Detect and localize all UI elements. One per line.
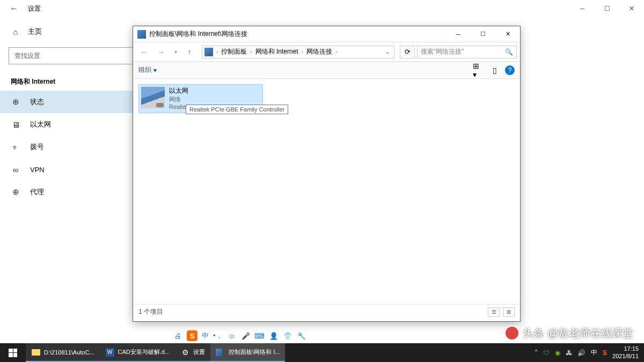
nav-dialup-label: 拨号: [30, 142, 44, 152]
task-word[interactable]: W CAD安装与破解.d...: [100, 343, 175, 362]
taskbar: D:\210811\AutoC... W CAD安装与破解.d... ⚙ 设置 …: [0, 343, 644, 362]
status-icon: ⊕: [11, 97, 20, 107]
ethernet-adapter-icon: [141, 87, 165, 108]
task-label: 设置: [193, 348, 205, 356]
nav-ethernet-label: 以太网: [30, 120, 51, 129]
ime-toolbar[interactable]: 🖨 S 中 •， ☺ 🎤 ⌨ 👤 👕 🔧: [173, 329, 306, 342]
chevron-right-icon: ›: [216, 49, 218, 55]
cp-minimize-button[interactable]: ─: [446, 26, 471, 42]
nav-vpn-label: VPN: [30, 166, 45, 174]
chevron-right-icon: ›: [335, 49, 337, 55]
cp-maximize-button[interactable]: ☐: [471, 26, 495, 42]
nav-back-button[interactable]: ←: [136, 45, 151, 60]
organize-button[interactable]: 组织 ▾: [138, 65, 157, 75]
address-bar[interactable]: › 控制面板 › 网络和 Internet › 网络连接 › ⌄: [202, 46, 394, 58]
search-input[interactable]: 查找设置 🔍: [9, 47, 152, 64]
vpn-icon: ∞: [11, 165, 20, 174]
ime-punct[interactable]: •，: [213, 331, 223, 341]
cp-title-icon: [137, 30, 146, 39]
task-control-panel[interactable]: 控制面板\网络和 I...: [210, 343, 285, 362]
emoji-icon[interactable]: ☺: [227, 331, 237, 341]
nav-up-button[interactable]: ↑: [182, 48, 196, 56]
person-icon[interactable]: 👤: [269, 331, 279, 341]
tray-sogou-icon[interactable]: S: [603, 349, 607, 357]
task-explorer[interactable]: D:\210811\AutoC...: [26, 343, 100, 362]
minimize-button[interactable]: ─: [570, 0, 595, 17]
cp-titlebar[interactable]: 控制面板\网络和 Internet\网络连接 ─ ☐ ✕: [133, 26, 520, 42]
chevron-right-icon: ›: [250, 49, 252, 55]
toolbar-right: ⊞ ▾ ▯ ?: [473, 64, 515, 76]
adapter-name: 以太网: [169, 87, 258, 95]
cp-title: 控制面板\网络和 Internet\网络连接: [149, 29, 446, 39]
windows-logo-icon: [9, 349, 17, 357]
task-settings[interactable]: ⚙ 设置: [175, 343, 210, 362]
refresh-button[interactable]: ⟳: [400, 46, 415, 58]
cp-window-controls: ─ ☐ ✕: [446, 26, 520, 42]
settings-header: ← 设置 ─ ☐ ✕: [0, 0, 644, 17]
close-button[interactable]: ✕: [619, 0, 644, 17]
tray-nvidia-icon[interactable]: ◉: [555, 349, 560, 357]
nav-status-label: 状态: [30, 97, 44, 107]
cp-close-button[interactable]: ✕: [495, 26, 520, 42]
home-label: 主页: [28, 27, 42, 36]
help-icon[interactable]: ?: [505, 65, 515, 75]
nav-proxy-label: 代理: [30, 187, 44, 197]
system-tray: ˄ 🛡 ◉ 🖧 🔊 中 S 17:15 2021/8/11: [535, 345, 644, 359]
home-icon: ⌂: [11, 27, 20, 36]
dialup-icon: ᯤ: [11, 142, 20, 152]
cp-content: 以太网 网络 Realtek PCIe GBE Family Contr... …: [133, 79, 520, 304]
chevron-right-icon: ›: [302, 49, 303, 55]
details-view-button[interactable]: ☰: [488, 307, 500, 317]
control-panel-window: 控制面板\网络和 Internet\网络连接 ─ ☐ ✕ ← → ▾ ↑ › 控…: [133, 26, 521, 322]
folder-icon: [32, 349, 40, 356]
search-placeholder: 查找设置: [14, 51, 40, 61]
nav-forward-button[interactable]: →: [153, 45, 169, 60]
organize-label: 组织: [138, 65, 151, 75]
word-icon: W: [106, 348, 114, 357]
printer-icon[interactable]: 🖨: [173, 331, 182, 341]
sogou-icon[interactable]: S: [187, 330, 197, 341]
cp-status-bar: 1 个项目 ☰ ⊞: [133, 304, 520, 319]
cp-navigation-bar: ← → ▾ ↑ › 控制面板 › 网络和 Internet › 网络连接 › ⌄…: [133, 42, 520, 62]
wrench-icon[interactable]: 🔧: [297, 331, 306, 341]
nav-history-button[interactable]: ▾: [171, 45, 180, 60]
tray-chevron-up-icon[interactable]: ˄: [535, 349, 538, 357]
tray-network-icon[interactable]: 🖧: [566, 349, 572, 357]
search-icon: 🔍: [505, 48, 513, 56]
address-dropdown-icon[interactable]: ⌄: [383, 49, 392, 55]
cp-search-input[interactable]: 搜索"网络连接" 🔍: [417, 46, 517, 58]
adapter-status: 网络: [169, 95, 258, 103]
address-icon: [204, 48, 213, 56]
chevron-down-icon: ▾: [153, 67, 157, 74]
preview-pane-button[interactable]: ▯: [489, 64, 501, 76]
tray-date: 2021/8/11: [612, 353, 639, 360]
tray-clock[interactable]: 17:15 2021/8/11: [612, 345, 639, 359]
icons-view-button[interactable]: ⊞: [503, 307, 515, 317]
skin-icon[interactable]: 👕: [283, 331, 292, 341]
task-label: D:\210811\AutoC...: [44, 349, 94, 356]
keyboard-icon[interactable]: ⌨: [255, 331, 265, 341]
ethernet-icon: 🖥: [11, 120, 20, 129]
breadcrumb-a[interactable]: 控制面板: [221, 47, 247, 56]
back-button[interactable]: ←: [4, 4, 24, 13]
breadcrumb-b[interactable]: 网络和 Internet: [255, 47, 298, 56]
window-controls: ─ ☐ ✕: [570, 0, 644, 17]
maximize-button[interactable]: ☐: [595, 0, 619, 17]
tray-volume-icon[interactable]: 🔊: [577, 349, 586, 357]
tray-shield-icon[interactable]: 🛡: [543, 349, 550, 357]
view-options-button[interactable]: ⊞ ▾: [473, 64, 485, 76]
ime-lang[interactable]: 中: [202, 331, 209, 341]
gear-icon: ⚙: [180, 348, 190, 357]
tray-ime-icon[interactable]: 中: [591, 348, 597, 357]
tooltip: Realtek PCIe GBE Family Controller: [186, 105, 288, 114]
item-count: 1 个项目: [138, 307, 163, 316]
task-label: CAD安装与破解.d...: [118, 348, 170, 356]
globe-icon: ⊕: [11, 187, 20, 197]
cp-toolbar: 组织 ▾ ⊞ ▾ ▯ ?: [133, 62, 520, 79]
mic-icon[interactable]: 🎤: [241, 331, 251, 341]
breadcrumb-c[interactable]: 网络连接: [306, 47, 332, 56]
settings-title: 设置: [28, 4, 41, 13]
start-button[interactable]: [0, 343, 26, 362]
tray-time: 17:15: [612, 345, 639, 352]
task-label: 控制面板\网络和 I...: [229, 348, 280, 356]
